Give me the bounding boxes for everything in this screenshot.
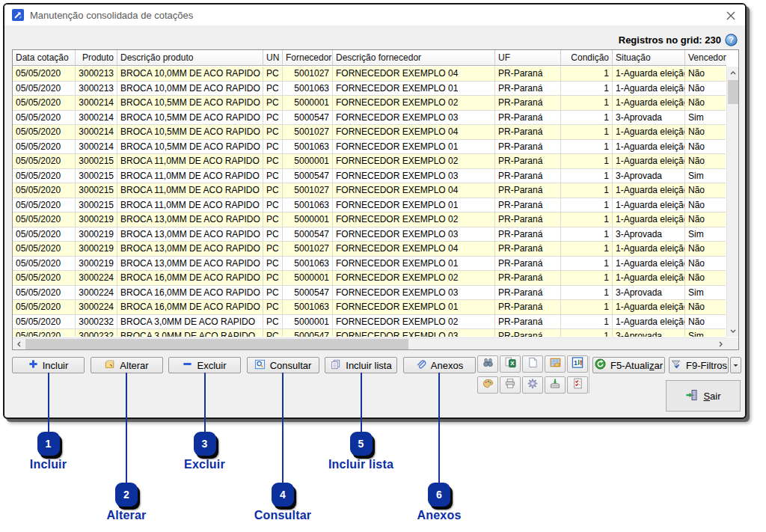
column-header-8[interactable]: Condição	[561, 50, 613, 66]
scroll-left-icon[interactable]	[13, 338, 25, 350]
f5-atualizar-button[interactable]: F5-Atualizar	[592, 357, 665, 373]
table-cell: 1	[561, 257, 613, 272]
svg-text:X: X	[510, 360, 515, 367]
incluir-lista-button[interactable]: Incluir lista	[325, 357, 397, 373]
table-row[interactable]: 05/05/20203000214BROCA 10,5MM DE ACO RAP…	[13, 96, 726, 111]
document-list-icon	[330, 359, 341, 372]
table-cell: PC	[263, 329, 283, 337]
callout-label: Excluir	[145, 458, 265, 471]
table-cell: PC	[263, 96, 283, 111]
f9-filtros-button[interactable]: F9-Filtros	[669, 357, 729, 373]
scrollbar-corner	[726, 337, 738, 349]
vertical-scrollbar[interactable]	[726, 67, 738, 337]
chevron-down-icon	[733, 362, 738, 369]
table-row[interactable]: 05/05/20203000215BROCA 11,0MM DE ACO RAP…	[13, 154, 726, 169]
horizontal-scrollbar[interactable]	[13, 337, 726, 349]
table-cell: 1-Aguarda eleição	[613, 300, 685, 315]
grid-selection-button[interactable]	[545, 355, 566, 373]
column-header-10[interactable]: Vencedora	[685, 50, 726, 66]
table-row[interactable]: 05/05/20203000215BROCA 11,0MM DE ACO RAP…	[13, 183, 726, 198]
printer-button[interactable]	[500, 376, 521, 394]
table-row[interactable]: 05/05/20203000219BROCA 13,0MM DE ACO RAP…	[13, 242, 726, 257]
new-document-button[interactable]	[522, 355, 543, 373]
table-row[interactable]: 05/05/20203000224BROCA 16,0MM DE ACO RAP…	[13, 300, 726, 315]
column-header-4[interactable]: UN	[263, 50, 283, 66]
column-header-1[interactable]: Data cotação	[13, 50, 76, 66]
table-cell: 1	[561, 96, 613, 111]
column-header-3[interactable]: Descrição produto	[117, 50, 263, 66]
column-header-9[interactable]: Situação	[613, 50, 685, 66]
table-row[interactable]: 05/05/20203000214BROCA 10,5MM DE ACO RAP…	[13, 140, 726, 155]
table-cell: PR-Paraná	[495, 286, 561, 301]
table-cell: FORNECEDOR EXEMPLO 03	[333, 286, 495, 301]
scroll-up-icon[interactable]	[727, 67, 739, 79]
help-icon[interactable]: ?	[725, 34, 738, 46]
scroll-right-icon[interactable]	[714, 338, 726, 350]
table-row[interactable]: 05/05/20203000214BROCA 10,5MM DE ACO RAP…	[13, 125, 726, 140]
table-row[interactable]: 05/05/20203000219BROCA 13,0MM DE ACO RAP…	[13, 213, 726, 227]
alterar-button[interactable]: Alterar	[91, 357, 163, 373]
table-cell: FORNECEDOR EXEMPLO 01	[333, 257, 495, 272]
anexos-button[interactable]: Anexos	[403, 357, 476, 373]
records-count-label: Registros no grid: 230	[619, 34, 721, 46]
table-cell: 3-Aprovada	[613, 111, 685, 126]
table-row[interactable]: 05/05/20203000232BROCA 3.0MM DE ACO RAPI…	[13, 329, 726, 337]
table-row[interactable]: 05/05/20203000224BROCA 16,0MM DE ACO RAP…	[13, 286, 726, 301]
table-cell: Não	[685, 213, 726, 227]
table-cell: BROCA 10,5MM DE ACO RAPIDO	[117, 96, 263, 111]
consultar-button-label: Consultar	[270, 360, 312, 371]
column-header-6[interactable]: Descrição fornecedor	[333, 50, 495, 66]
table-row[interactable]: 05/05/20203000213BROCA 10,0MM DE ACO RAP…	[13, 67, 726, 82]
table-row[interactable]: 05/05/20203000214BROCA 10,5MM DE ACO RAP…	[13, 111, 726, 126]
table-row[interactable]: 05/05/20203000219BROCA 13,0MM DE ACO RAP…	[13, 227, 726, 242]
table-cell: 1	[561, 315, 613, 330]
table-cell: 05/05/2020	[13, 300, 76, 315]
table-cell: BROCA 10,5MM DE ACO RAPIDO	[117, 140, 263, 155]
close-icon[interactable]	[724, 9, 738, 22]
table-cell: FORNECEDOR EXEMPLO 02	[333, 154, 495, 169]
anexos-button-label: Anexos	[431, 360, 463, 371]
table-row[interactable]: 05/05/20203000232BROCA 3,0MM DE ACO RAPI…	[13, 315, 726, 330]
table-cell: 1-Aguarda eleição	[613, 242, 685, 257]
scroll-down-icon[interactable]	[727, 325, 739, 337]
table-row[interactable]: 05/05/20203000215BROCA 11,0MM DE ACO RAP…	[13, 169, 726, 184]
import-export-button[interactable]	[545, 376, 566, 394]
table-row[interactable]: 05/05/20203000215BROCA 11,0MM DE ACO RAP…	[13, 198, 726, 213]
table-cell: 1-Aguarda eleição	[613, 213, 685, 227]
column-order-button[interactable]: 1	[567, 355, 588, 373]
table-cell: 1	[561, 300, 613, 315]
table-cell: PR-Paraná	[495, 96, 561, 111]
table-cell: BROCA 16,0MM DE ACO RAPIDO	[117, 300, 263, 315]
table-cell: Não	[685, 271, 726, 286]
horizontal-scroll-thumb[interactable]	[25, 339, 408, 349]
incluir-button[interactable]: Incluir	[12, 357, 85, 373]
vertical-scroll-thumb[interactable]	[728, 80, 738, 104]
binoculars-button[interactable]	[477, 355, 498, 373]
table-row[interactable]: 05/05/20203000213BROCA 10,0MM DE ACO RAP…	[13, 82, 726, 97]
table-cell: 5001027	[283, 183, 333, 198]
excluir-button[interactable]: Excluir	[168, 357, 241, 373]
table-cell: 05/05/2020	[13, 286, 76, 301]
settings-gear-button[interactable]	[522, 376, 543, 394]
title-bar: Manutenção consolidada de cotações	[4, 4, 745, 25]
column-header-5[interactable]: Fornecedor	[283, 50, 333, 66]
excel-export-button[interactable]: X	[500, 355, 521, 373]
callout-label: Incluir	[0, 458, 108, 471]
filters-dropdown-button[interactable]	[730, 357, 741, 373]
table-row[interactable]: 05/05/20203000219BROCA 13,0MM DE ACO RAP…	[13, 257, 726, 272]
svg-text:1: 1	[574, 359, 577, 367]
sair-button[interactable]: Sair	[666, 380, 741, 412]
table-cell: 3-Aprovada	[613, 329, 685, 337]
table-row[interactable]: 05/05/20203000224BROCA 16,0MM DE ACO RAP…	[13, 271, 726, 286]
consultar-button[interactable]: Consultar	[247, 357, 319, 373]
column-header-7[interactable]: UF	[495, 50, 561, 66]
excluir-button-label: Excluir	[197, 360, 226, 371]
palette-button[interactable]	[477, 376, 498, 394]
table-cell: 5001027	[283, 125, 333, 140]
column-header-2[interactable]: Produto	[76, 50, 117, 66]
window-title: Manutenção consolidada de cotações	[30, 10, 193, 21]
checklist-button[interactable]	[567, 376, 588, 394]
f9-label: F9-Filtros	[686, 360, 727, 371]
table-cell: BROCA 11,0MM DE ACO RAPIDO	[117, 154, 263, 169]
table-cell: 1-Aguarda eleição	[613, 67, 685, 82]
